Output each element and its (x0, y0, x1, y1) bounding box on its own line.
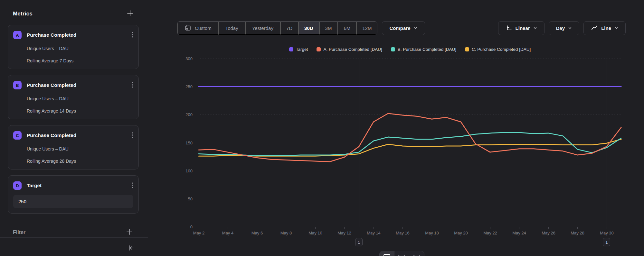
metric-menu-button[interactable] (132, 82, 133, 89)
metric-card-c[interactable]: C Purchase Completed Unique Users – DAU … (8, 125, 139, 169)
rect-small-icon (413, 255, 420, 256)
plus-icon (127, 10, 134, 18)
metric-measurement[interactable]: Unique Users – DAU (27, 46, 133, 51)
y-tick-label: 50 (188, 197, 193, 201)
metric-measurement[interactable]: Unique Users – DAU (27, 96, 133, 102)
metrics-title: Metrics (13, 11, 33, 17)
metric-transform[interactable]: Rolling Average 7 Days (27, 58, 133, 64)
annotation-marker[interactable]: 1 (603, 238, 610, 246)
x-tick-label: May 4 (222, 231, 233, 235)
rect-large-icon (384, 254, 390, 256)
x-tick-label: May 18 (425, 231, 439, 235)
metric-title: Purchase Completed (27, 31, 132, 39)
x-tick-label: May 20 (454, 231, 468, 235)
kebab-icon (132, 182, 133, 189)
add-filter-button[interactable] (126, 228, 133, 236)
rect-medium-icon (398, 255, 405, 256)
kebab-icon (132, 32, 133, 39)
x-tick-label: May 22 (483, 231, 497, 235)
series-line-A. Purchase Completed [DAU] (199, 114, 621, 162)
collapse-sidebar-button[interactable] (128, 245, 134, 252)
x-tick-label: May 28 (571, 231, 584, 235)
series-line-B. Purchase Completed [DAU] (199, 133, 621, 156)
collapse-left-icon (128, 245, 134, 252)
series-line-C. Purchase Completed [DAU] (199, 139, 621, 156)
chart-panel: Custom Today Yesterday 7D 30D 3M 6M 12M … (148, 0, 644, 256)
x-tick-label: May 24 (512, 231, 526, 235)
filter-section-header: Filter (13, 228, 133, 236)
metric-card-list: A Purchase Completed Unique Users – DAU … (0, 25, 148, 214)
x-tick-label: May 12 (337, 231, 351, 235)
y-tick-label: 200 (185, 112, 193, 117)
metric-transform[interactable]: Rolling Average 14 Days (27, 108, 133, 114)
metric-card-a[interactable]: A Purchase Completed Unique Users – DAU … (8, 25, 139, 69)
metric-card-d-target[interactable]: D Target (8, 175, 139, 214)
metric-badge: A (13, 31, 22, 39)
x-tick-label: May 2 (193, 231, 204, 235)
metric-badge: B (13, 81, 22, 89)
chart-size-medium-button[interactable] (394, 251, 409, 256)
y-tick-label: 100 (185, 169, 193, 173)
x-tick-label: May 30 (600, 231, 614, 235)
metric-measurement[interactable]: Unique Users – DAU (27, 146, 133, 152)
filter-title: Filter (13, 230, 25, 235)
annotation-marker[interactable]: 1 (355, 238, 363, 246)
x-tick-label: May 6 (251, 231, 263, 235)
metric-title: Purchase Completed (27, 81, 132, 89)
sidebar-footer (0, 237, 148, 256)
x-tick-label: May 14 (367, 231, 381, 235)
metric-title: Purchase Completed (27, 131, 132, 140)
y-tick-label: 0 (190, 224, 193, 229)
x-tick-label: May 10 (308, 231, 322, 235)
add-metric-button[interactable] (127, 10, 134, 18)
chart-size-small-button[interactable] (409, 251, 424, 256)
metric-menu-button[interactable] (132, 132, 133, 139)
chart-size-large-button[interactable] (380, 251, 394, 256)
metrics-sidebar: Metrics A Purchase Completed Unique User… (0, 0, 148, 256)
plus-icon (126, 228, 133, 236)
metric-title: Target (27, 181, 132, 190)
y-tick-label: 300 (185, 56, 193, 61)
y-tick-label: 250 (185, 84, 193, 89)
target-value-input[interactable] (13, 195, 133, 208)
sidebar-header: Metrics (0, 0, 148, 25)
x-tick-label: May 16 (396, 231, 410, 235)
metrics-line-chart[interactable]: 050100150200250300May 2May 4May 6May 8Ma… (148, 0, 644, 256)
metric-menu-button[interactable] (132, 182, 133, 189)
kebab-icon (132, 82, 133, 89)
x-tick-label: May 26 (542, 231, 555, 235)
metric-badge: C (13, 131, 22, 140)
x-tick-label: May 8 (280, 231, 292, 235)
metric-transform[interactable]: Rolling Average 28 Days (27, 159, 133, 164)
chart-size-toggle-group (379, 251, 424, 256)
metric-card-b[interactable]: B Purchase Completed Unique Users – DAU … (8, 75, 139, 119)
metric-badge: D (13, 181, 22, 190)
metric-menu-button[interactable] (132, 32, 133, 39)
y-tick-label: 150 (185, 141, 193, 145)
kebab-icon (132, 132, 133, 139)
